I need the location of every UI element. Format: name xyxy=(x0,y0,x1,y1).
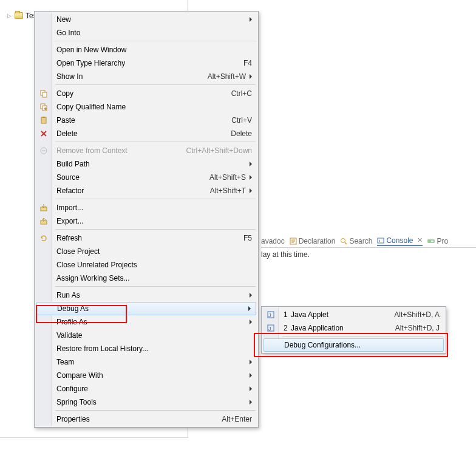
menu-build-path[interactable]: Build Path xyxy=(36,157,257,171)
item-number: 1 xyxy=(284,310,291,319)
svg-rect-3 xyxy=(378,238,384,243)
delete-icon xyxy=(39,129,49,139)
console-icon xyxy=(377,237,384,244)
svg-point-1 xyxy=(341,238,345,242)
menu-export[interactable]: Export... xyxy=(36,214,257,228)
remove-context-icon xyxy=(39,146,49,156)
submenu-arrow-icon xyxy=(248,306,251,311)
javadoc-label: avadoc xyxy=(261,237,285,245)
menu-restore-history[interactable]: Restore from Local History... xyxy=(36,342,257,355)
svg-rect-11 xyxy=(41,117,46,123)
java-applet-icon: J xyxy=(266,310,276,320)
menu-copy[interactable]: CopyCtrl+C xyxy=(36,87,257,100)
menu-refresh[interactable]: RefreshF5 xyxy=(36,231,257,245)
view-tabs: avadoc Declaration Search Console ✕ Pro xyxy=(261,236,476,248)
folder-icon xyxy=(15,12,23,19)
submenu-arrow-icon xyxy=(250,373,252,378)
submenu-arrow-icon xyxy=(250,74,252,79)
search-icon xyxy=(340,238,347,245)
submenu-arrow-icon xyxy=(250,293,252,298)
search-label: Search xyxy=(349,237,372,245)
tab-search[interactable]: Search xyxy=(340,237,372,245)
svg-text:J: J xyxy=(268,326,271,332)
item-number: 2 xyxy=(284,324,291,332)
tab-javadoc[interactable]: avadoc xyxy=(261,237,285,245)
tab-declaration[interactable]: Declaration xyxy=(290,237,336,245)
menu-show-in[interactable]: Show InAlt+Shift+W xyxy=(36,70,257,83)
menu-delete[interactable]: DeleteDelete xyxy=(36,127,257,140)
submenu-java-application[interactable]: J 2 Java ApplicationAlt+Shift+D, J xyxy=(263,321,444,335)
progress-label: Pro xyxy=(437,237,448,245)
menu-refactor[interactable]: RefactorAlt+Shift+T xyxy=(36,184,257,197)
declaration-icon xyxy=(290,238,297,245)
submenu-arrow-icon xyxy=(250,162,252,166)
svg-point-10 xyxy=(44,108,47,110)
menu-paste[interactable]: PasteCtrl+V xyxy=(36,114,257,127)
menu-debug-as[interactable]: Debug As xyxy=(36,302,256,315)
menu-assign-working-sets[interactable]: Assign Working Sets... xyxy=(36,272,257,285)
console-message: lay at this time. xyxy=(261,250,310,259)
menu-spring-tools[interactable]: Spring Tools xyxy=(36,395,257,409)
submenu-arrow-icon xyxy=(250,320,252,324)
refresh-icon xyxy=(39,233,49,243)
expand-triangle-icon[interactable]: ▷ xyxy=(6,13,12,19)
svg-line-2 xyxy=(345,242,347,244)
submenu-arrow-icon xyxy=(250,17,252,22)
svg-rect-7 xyxy=(42,92,47,97)
menu-validate[interactable]: Validate xyxy=(36,329,257,342)
menu-go-into[interactable]: Go Into xyxy=(36,26,257,39)
progress-icon xyxy=(427,238,435,245)
menu-close-unrelated[interactable]: Close Unrelated Projects xyxy=(36,258,257,272)
submenu-arrow-icon xyxy=(250,400,252,405)
menu-copy-qualified[interactable]: Copy Qualified Name xyxy=(36,100,257,114)
svg-rect-12 xyxy=(42,117,45,118)
copy-qualified-icon xyxy=(39,102,49,112)
debug-as-submenu: J 1 Java AppletAlt+Shift+D, A J 2 Java A… xyxy=(261,306,446,354)
submenu-arrow-icon xyxy=(250,386,252,391)
tab-console[interactable]: Console ✕ xyxy=(377,236,423,246)
menu-configure[interactable]: Configure xyxy=(36,382,257,395)
tab-progress[interactable]: Pro xyxy=(427,237,448,245)
console-label: Console xyxy=(386,236,413,245)
menu-team[interactable]: Team xyxy=(36,355,257,369)
svg-rect-5 xyxy=(428,240,431,242)
context-menu: New Go Into Open in New Window Open Type… xyxy=(34,11,259,428)
menu-compare-with[interactable]: Compare With xyxy=(36,369,257,382)
import-icon xyxy=(39,203,49,213)
divider xyxy=(0,437,188,438)
menu-source[interactable]: SourceAlt+Shift+S xyxy=(36,171,257,184)
menu-remove-context: Remove from ContextCtrl+Alt+Shift+Down xyxy=(36,144,257,157)
menu-new[interactable]: New xyxy=(36,13,257,26)
menu-profile-as[interactable]: Profile As xyxy=(36,315,257,329)
java-application-icon: J xyxy=(266,323,276,333)
copy-icon xyxy=(39,89,49,98)
submenu-java-applet[interactable]: J 1 Java AppletAlt+Shift+D, A xyxy=(263,308,444,321)
close-icon[interactable]: ✕ xyxy=(417,236,423,244)
menu-run-as[interactable]: Run As xyxy=(36,289,257,302)
submenu-arrow-icon xyxy=(250,175,252,180)
menu-open-type-hierarchy[interactable]: Open Type HierarchyF4 xyxy=(36,56,257,70)
export-icon xyxy=(39,216,49,226)
submenu-arrow-icon xyxy=(250,188,252,193)
menu-close-project[interactable]: Close Project xyxy=(36,245,257,258)
svg-text:J: J xyxy=(268,312,271,318)
menu-import[interactable]: Import... xyxy=(36,201,257,214)
menu-properties[interactable]: PropertiesAlt+Enter xyxy=(36,412,257,426)
submenu-debug-configurations[interactable]: Debug Configurations... xyxy=(264,338,444,352)
declaration-label: Declaration xyxy=(299,237,336,245)
paste-icon xyxy=(39,115,49,125)
submenu-arrow-icon xyxy=(250,360,252,364)
menu-open-new-window[interactable]: Open in New Window xyxy=(36,43,257,56)
